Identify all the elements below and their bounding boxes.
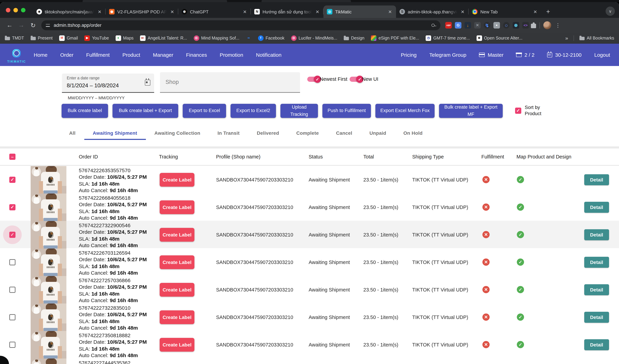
nav-item-product[interactable]: Product: [122, 52, 140, 58]
url-text[interactable]: admin.ttshop.app/order: [54, 23, 428, 28]
new-ui-toggle[interactable]: ✓: [350, 77, 362, 82]
detail-button[interactable]: Detail: [584, 311, 609, 323]
detail-button[interactable]: Detail: [584, 339, 609, 350]
bookmark-item[interactable]: ●Maps: [115, 35, 134, 41]
tab-close-icon[interactable]: ✕: [533, 9, 538, 14]
extensions-puzzle-icon[interactable]: [531, 24, 536, 28]
minimize-window-button[interactable]: [14, 8, 18, 12]
nav-item-home[interactable]: Home: [34, 52, 47, 58]
ring-icon[interactable]: ○: [503, 22, 510, 28]
profile-avatar[interactable]: [543, 21, 551, 29]
detail-button[interactable]: Detail: [584, 202, 609, 213]
react-devtools-icon[interactable]: ⊛: [513, 22, 519, 28]
status-tab-delivered[interactable]: Delivered: [248, 127, 288, 140]
reload-icon[interactable]: ↻: [28, 22, 38, 29]
nav-pricing[interactable]: Pricing: [401, 52, 417, 58]
tikmatic-brand[interactable]: TIKMATIC: [0, 47, 33, 63]
browser-tab[interactable]: New Tab✕: [469, 5, 541, 18]
date-range-value[interactable]: 8/1/2024 – 10/8/2024: [67, 82, 119, 89]
dev-brackets-icon[interactable]: <>: [522, 22, 529, 28]
amazon-downloader-icon[interactable]: ↓: [464, 22, 471, 28]
status-tab-unpaid[interactable]: Unpaid: [361, 127, 395, 140]
action-button[interactable]: Export to Excel2: [231, 104, 276, 118]
nav-shop-count[interactable]: 2 / 2: [516, 52, 534, 58]
select-all-checkbox[interactable]: –: [9, 154, 15, 160]
status-tab-complete[interactable]: Complete: [288, 127, 327, 140]
nav-item-notification[interactable]: Notification: [256, 52, 281, 58]
bookmarks-overflow-chevron[interactable]: »: [565, 35, 568, 41]
nav-item-order[interactable]: Order: [60, 52, 73, 58]
nav-item-finances[interactable]: Finances: [186, 52, 207, 58]
bookmark-item[interactable]: TMDT: [5, 36, 24, 40]
bookmark-item[interactable]: ∞: [246, 35, 252, 41]
row-checkbox[interactable]: ✓: [9, 204, 15, 210]
detail-button[interactable]: Detail: [584, 256, 609, 268]
bookmark-item[interactable]: fFacebook: [258, 35, 284, 41]
create-label-button[interactable]: Create Label: [160, 200, 194, 214]
row-checkbox[interactable]: [9, 286, 15, 293]
nav-logout[interactable]: Logout: [594, 52, 610, 58]
bookmark-item[interactable]: ◎Mind Mapping Sof...: [194, 35, 239, 41]
bookmark-item[interactable]: eSign PDF with Ele...: [371, 35, 419, 41]
nav-telegram-group[interactable]: Telegram Group: [429, 52, 466, 58]
browser-tab[interactable]: ⊛ChatGPT✕: [178, 5, 251, 18]
browser-menu-kebab-icon[interactable]: ⋮: [553, 22, 563, 28]
create-label-button[interactable]: Create Label: [160, 228, 194, 242]
adblock-icon[interactable]: ABP: [445, 22, 452, 28]
nav-master[interactable]: Master: [479, 52, 504, 58]
tab-search-chevron-icon[interactable]: ∨: [605, 7, 615, 16]
url-bar[interactable]: admin.ttshop.app/order: [41, 20, 440, 30]
status-tab-on-hold[interactable]: On Hold: [395, 127, 431, 140]
bookmark-item[interactable]: Present: [30, 36, 53, 40]
detail-button[interactable]: Detail: [584, 174, 609, 185]
bookmark-item[interactable]: ◎Lucifer - MindMeis...: [291, 35, 337, 41]
create-label-button[interactable]: Create Label: [160, 173, 194, 187]
create-label-button[interactable]: Create Label: [160, 255, 194, 269]
row-checkbox[interactable]: [9, 314, 15, 320]
action-button[interactable]: Export to Excel: [183, 104, 226, 118]
close-window-button[interactable]: [6, 8, 10, 12]
browser-tab[interactable]: ☻tiktokshop/src/main/java/co✕: [33, 5, 106, 18]
calendar-picker-icon[interactable]: [145, 80, 150, 86]
detail-button[interactable]: Detail: [584, 284, 609, 295]
bookmark-item[interactable]: w:AngelList Talent: R...: [140, 35, 187, 41]
status-tab-all[interactable]: All: [61, 127, 84, 140]
zoom-window-button[interactable]: [21, 8, 26, 12]
all-bookmarks[interactable]: All Bookmarks: [579, 36, 614, 40]
site-settings-icon[interactable]: [45, 23, 51, 28]
nav-expiry-date[interactable]: 30-12-2100: [547, 52, 581, 58]
translate-icon[interactable]: G: [455, 22, 461, 28]
bookmark-item[interactable]: MGmail: [59, 35, 78, 41]
tab-close-icon[interactable]: ✕: [170, 9, 175, 14]
browser-tab[interactable]: Sadmin-tiktok-app.thangviet✕: [396, 5, 469, 18]
tab-close-icon[interactable]: ✕: [97, 9, 102, 14]
row-checkbox[interactable]: [9, 259, 15, 265]
nav-item-fulfillment[interactable]: Fulfillment: [86, 52, 110, 58]
action-button[interactable]: Upload Tracking: [281, 104, 318, 118]
action-button[interactable]: Bulk create label: [62, 104, 108, 118]
bookmark-item[interactable]: ⊗Open Source Alter...: [476, 35, 522, 41]
create-label-button[interactable]: Create Label: [160, 338, 194, 351]
row-checkbox[interactable]: [9, 341, 15, 348]
date-range-field[interactable]: Enter a date range 8/1/2024 – 10/8/2024: [62, 74, 154, 93]
tab-close-icon[interactable]: ✕: [387, 9, 393, 14]
row-checkbox[interactable]: ✓: [9, 176, 15, 183]
tab-close-icon[interactable]: ✕: [242, 9, 247, 14]
x-icon[interactable]: ✕: [474, 22, 481, 28]
bookmark-item[interactable]: ▶YouTube: [84, 35, 109, 41]
tab-close-icon[interactable]: ✕: [315, 9, 320, 14]
nav-item-promotion[interactable]: Promotion: [220, 52, 243, 58]
nav-item-manager[interactable]: Manager: [153, 52, 173, 58]
tab-close-icon[interactable]: ✕: [460, 9, 465, 14]
action-button[interactable]: Export Excel Merch Fox: [375, 104, 435, 118]
browser-tab[interactable]: ◎TikMatic✕: [324, 5, 396, 18]
newest-first-toggle[interactable]: ✓: [307, 77, 320, 82]
new-tab-button[interactable]: +: [543, 7, 553, 16]
browser-tab[interactable]: ◉V2-FLASHSHIP POD API FO✕: [106, 5, 178, 18]
camera-icon[interactable]: ●: [493, 22, 500, 28]
shop-field[interactable]: Shop: [160, 72, 300, 93]
status-tab-in-transit[interactable]: In Transit: [209, 127, 248, 140]
detail-button[interactable]: Detail: [584, 229, 609, 240]
browser-tab[interactable]: NHướng dẫn sử dụng tool sel✕: [251, 5, 324, 18]
status-tab-cancel[interactable]: Cancel: [327, 127, 361, 140]
